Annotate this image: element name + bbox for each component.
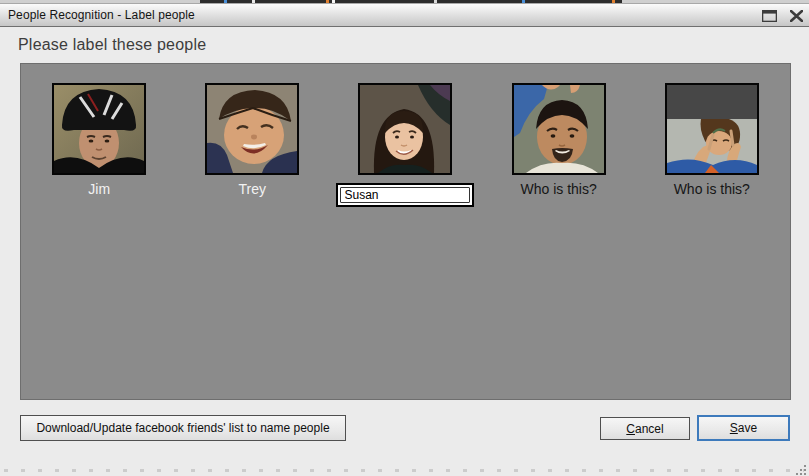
save-button-label: Save [730, 421, 757, 435]
face-thumbnail-boy[interactable] [665, 83, 759, 175]
face-thumbnail-trey[interactable] [205, 83, 299, 175]
person-card: Trey [177, 83, 327, 197]
facebook-friends-button[interactable]: Download/Update facebook friends' list t… [20, 415, 346, 441]
facebook-friends-button-label: Download/Update facebook friends' list t… [36, 421, 329, 435]
person-name-input[interactable] [340, 187, 470, 203]
resize-grip-icon[interactable] [795, 462, 807, 474]
people-panel: Jim Trey [20, 63, 791, 400]
window-title: People Recognition - Label people [0, 8, 195, 22]
close-icon[interactable] [787, 7, 805, 25]
face-thumbnail-jim[interactable] [52, 83, 146, 175]
person-name-label[interactable]: Who is this? [674, 181, 750, 197]
person-card [330, 83, 480, 207]
person-card: Jim [24, 83, 174, 197]
name-input-frame [336, 183, 474, 207]
page-title: Please label these people [18, 36, 206, 54]
cancel-button-label: Cancel [626, 422, 663, 436]
bottom-tick-texture [4, 469, 804, 472]
save-button[interactable]: Save [697, 415, 790, 441]
person-name-label[interactable]: Who is this? [521, 181, 597, 197]
face-thumbnail-man[interactable] [512, 83, 606, 175]
person-card: Who is this? [484, 83, 634, 197]
person-name-label[interactable]: Jim [88, 181, 110, 197]
people-recognition-dialog: { "window": { "title": "People Recogniti… [0, 0, 809, 476]
face-thumbnail-girl[interactable] [358, 83, 452, 175]
cancel-button[interactable]: Cancel [600, 417, 690, 440]
title-bar[interactable]: People Recognition - Label people [0, 3, 809, 27]
person-card: Who is this? [637, 83, 787, 197]
person-name-label[interactable]: Trey [239, 181, 266, 197]
maximize-icon[interactable] [760, 7, 778, 25]
